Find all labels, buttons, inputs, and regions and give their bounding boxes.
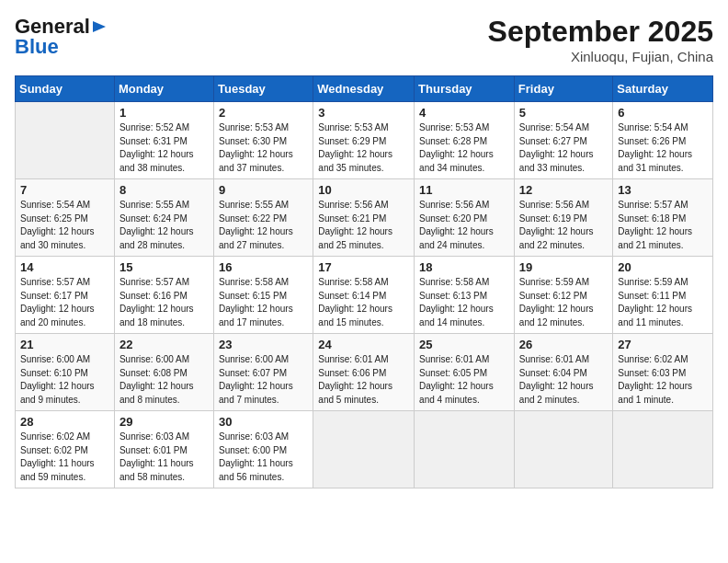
day-number: 28 (20, 415, 109, 429)
day-number: 20 (618, 260, 708, 274)
month-title: September 2025 (488, 15, 713, 49)
day-number: 18 (419, 260, 509, 274)
weekday-header-wednesday: Wednesday (313, 76, 415, 102)
day-info: Sunrise: 5:56 AM Sunset: 6:19 PM Dayligh… (519, 199, 609, 252)
calendar-table: SundayMondayTuesdayWednesdayThursdayFrid… (15, 75, 713, 488)
day-number: 3 (318, 106, 409, 120)
calendar-cell: 3Sunrise: 5:53 AM Sunset: 6:29 PM Daylig… (313, 102, 415, 179)
day-number: 23 (219, 338, 308, 351)
calendar-cell: 4Sunrise: 5:53 AM Sunset: 6:28 PM Daylig… (415, 102, 515, 179)
day-info: Sunrise: 6:00 AM Sunset: 6:08 PM Dayligh… (119, 353, 209, 407)
weekday-header-thursday: Thursday (415, 76, 515, 102)
day-info: Sunrise: 5:57 AM Sunset: 6:16 PM Dayligh… (119, 276, 209, 329)
day-number: 19 (519, 260, 609, 274)
calendar-week-1: 1Sunrise: 5:52 AM Sunset: 6:31 PM Daylig… (16, 102, 713, 179)
calendar-cell: 24Sunrise: 6:01 AM Sunset: 6:06 PM Dayli… (313, 334, 415, 411)
day-number: 8 (119, 183, 209, 197)
calendar-cell: 14Sunrise: 5:57 AM Sunset: 6:17 PM Dayli… (16, 257, 115, 334)
day-number: 29 (119, 415, 209, 429)
day-number: 22 (119, 338, 209, 351)
day-info: Sunrise: 5:58 AM Sunset: 6:13 PM Dayligh… (419, 276, 509, 329)
day-number: 13 (618, 183, 708, 197)
day-info: Sunrise: 5:53 AM Sunset: 6:30 PM Dayligh… (219, 121, 308, 175)
calendar-cell (313, 411, 415, 488)
day-info: Sunrise: 5:53 AM Sunset: 6:29 PM Dayligh… (318, 121, 409, 175)
day-info: Sunrise: 5:59 AM Sunset: 6:12 PM Dayligh… (519, 276, 609, 329)
calendar-cell: 21Sunrise: 6:00 AM Sunset: 6:10 PM Dayli… (16, 334, 115, 411)
calendar-week-5: 28Sunrise: 6:02 AM Sunset: 6:02 PM Dayli… (16, 411, 713, 488)
day-info: Sunrise: 6:03 AM Sunset: 6:01 PM Dayligh… (119, 431, 209, 484)
day-number: 15 (119, 260, 209, 274)
calendar-cell: 12Sunrise: 5:56 AM Sunset: 6:19 PM Dayli… (514, 179, 613, 257)
day-number: 24 (318, 338, 409, 351)
day-info: Sunrise: 6:01 AM Sunset: 6:05 PM Dayligh… (419, 353, 509, 407)
calendar-cell: 30Sunrise: 6:03 AM Sunset: 6:00 PM Dayli… (214, 411, 313, 488)
day-info: Sunrise: 5:57 AM Sunset: 6:17 PM Dayligh… (20, 276, 109, 329)
calendar-cell: 25Sunrise: 6:01 AM Sunset: 6:05 PM Dayli… (415, 334, 515, 411)
calendar-cell (16, 102, 115, 179)
calendar-cell: 10Sunrise: 5:56 AM Sunset: 6:21 PM Dayli… (313, 179, 415, 257)
calendar-cell: 9Sunrise: 5:55 AM Sunset: 6:22 PM Daylig… (214, 179, 313, 257)
calendar-cell (514, 411, 613, 488)
day-number: 27 (618, 338, 708, 351)
day-info: Sunrise: 6:00 AM Sunset: 6:07 PM Dayligh… (219, 353, 308, 407)
calendar-cell: 15Sunrise: 5:57 AM Sunset: 6:16 PM Dayli… (114, 257, 213, 334)
calendar-header-row: SundayMondayTuesdayWednesdayThursdayFrid… (16, 76, 713, 102)
calendar-cell: 28Sunrise: 6:02 AM Sunset: 6:02 PM Dayli… (16, 411, 115, 488)
day-info: Sunrise: 5:54 AM Sunset: 6:27 PM Dayligh… (519, 121, 609, 175)
day-info: Sunrise: 5:54 AM Sunset: 6:26 PM Dayligh… (618, 121, 708, 175)
day-number: 2 (219, 106, 308, 120)
calendar-cell: 7Sunrise: 5:54 AM Sunset: 6:25 PM Daylig… (16, 179, 115, 257)
weekday-header-saturday: Saturday (613, 76, 713, 102)
day-number: 7 (20, 183, 109, 197)
day-number: 14 (20, 260, 109, 274)
calendar-cell: 20Sunrise: 5:59 AM Sunset: 6:11 PM Dayli… (613, 257, 713, 334)
svg-marker-0 (93, 21, 106, 32)
day-number: 4 (419, 106, 509, 120)
day-info: Sunrise: 5:59 AM Sunset: 6:11 PM Dayligh… (618, 276, 708, 329)
day-number: 16 (219, 260, 308, 274)
calendar-cell: 8Sunrise: 5:55 AM Sunset: 6:24 PM Daylig… (114, 179, 213, 257)
calendar-cell: 11Sunrise: 5:56 AM Sunset: 6:20 PM Dayli… (415, 179, 515, 257)
day-info: Sunrise: 5:56 AM Sunset: 6:20 PM Dayligh… (419, 199, 509, 252)
day-number: 9 (219, 183, 308, 197)
calendar-cell (613, 411, 713, 488)
title-block: September 2025 Xinluoqu, Fujian, China (488, 15, 713, 64)
day-info: Sunrise: 5:53 AM Sunset: 6:28 PM Dayligh… (419, 121, 509, 175)
page-header: General Blue September 2025 Xinluoqu, Fu… (15, 15, 713, 64)
day-number: 10 (318, 183, 409, 197)
logo: General Blue (15, 15, 108, 59)
calendar-cell: 5Sunrise: 5:54 AM Sunset: 6:27 PM Daylig… (514, 102, 613, 179)
weekday-header-friday: Friday (514, 76, 613, 102)
day-info: Sunrise: 6:03 AM Sunset: 6:00 PM Dayligh… (219, 431, 308, 484)
calendar-week-4: 21Sunrise: 6:00 AM Sunset: 6:10 PM Dayli… (16, 334, 713, 411)
day-info: Sunrise: 5:55 AM Sunset: 6:24 PM Dayligh… (119, 199, 209, 252)
day-number: 5 (519, 106, 609, 120)
calendar-cell: 27Sunrise: 6:02 AM Sunset: 6:03 PM Dayli… (613, 334, 713, 411)
day-info: Sunrise: 5:56 AM Sunset: 6:21 PM Dayligh… (318, 199, 409, 252)
day-info: Sunrise: 6:02 AM Sunset: 6:02 PM Dayligh… (20, 431, 109, 484)
day-info: Sunrise: 5:58 AM Sunset: 6:15 PM Dayligh… (219, 276, 308, 329)
day-number: 30 (219, 415, 308, 429)
day-number: 21 (20, 338, 109, 351)
location: Xinluoqu, Fujian, China (488, 49, 713, 64)
day-number: 26 (519, 338, 609, 351)
calendar-cell: 1Sunrise: 5:52 AM Sunset: 6:31 PM Daylig… (114, 102, 213, 179)
day-number: 17 (318, 260, 409, 274)
day-info: Sunrise: 5:58 AM Sunset: 6:14 PM Dayligh… (318, 276, 409, 329)
logo-arrow-icon (91, 18, 108, 35)
day-info: Sunrise: 6:02 AM Sunset: 6:03 PM Dayligh… (618, 353, 708, 407)
calendar-cell: 23Sunrise: 6:00 AM Sunset: 6:07 PM Dayli… (214, 334, 313, 411)
calendar-cell: 2Sunrise: 5:53 AM Sunset: 6:30 PM Daylig… (214, 102, 313, 179)
day-info: Sunrise: 5:54 AM Sunset: 6:25 PM Dayligh… (20, 199, 109, 252)
logo-blue: Blue (15, 35, 59, 59)
calendar-cell (415, 411, 515, 488)
calendar-cell: 19Sunrise: 5:59 AM Sunset: 6:12 PM Dayli… (514, 257, 613, 334)
calendar-cell: 29Sunrise: 6:03 AM Sunset: 6:01 PM Dayli… (114, 411, 213, 488)
calendar-cell: 18Sunrise: 5:58 AM Sunset: 6:13 PM Dayli… (415, 257, 515, 334)
day-info: Sunrise: 5:52 AM Sunset: 6:31 PM Dayligh… (119, 121, 209, 175)
calendar-week-3: 14Sunrise: 5:57 AM Sunset: 6:17 PM Dayli… (16, 257, 713, 334)
day-info: Sunrise: 6:01 AM Sunset: 6:04 PM Dayligh… (519, 353, 609, 407)
day-number: 6 (618, 106, 708, 120)
day-info: Sunrise: 6:01 AM Sunset: 6:06 PM Dayligh… (318, 353, 409, 407)
